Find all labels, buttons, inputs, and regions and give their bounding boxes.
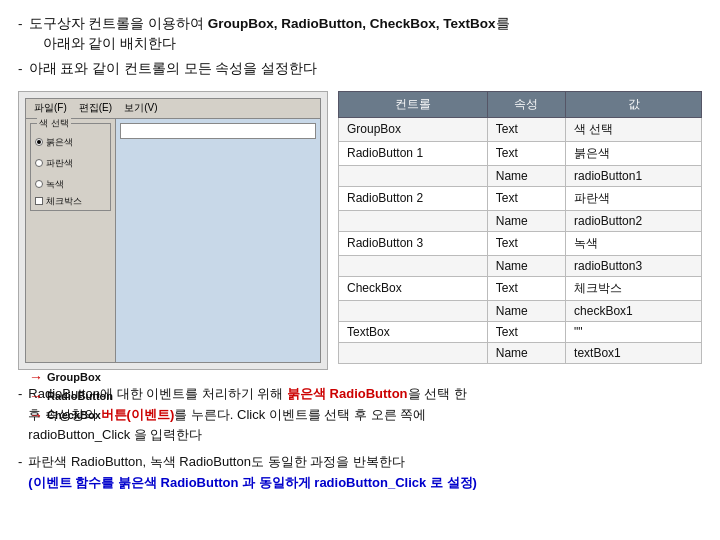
table-row: CheckBoxText체크박스 bbox=[339, 276, 702, 300]
fake-radio3-circle bbox=[35, 180, 43, 188]
table-row: RadioButton 2Text파란색 bbox=[339, 186, 702, 210]
preview-window: 파일(F) 편집(E) 보기(V) 색 선택 붉은색 파란색 bbox=[25, 98, 321, 363]
fake-checkbox: 체크박스 bbox=[35, 195, 106, 208]
label-section: → GroupBox → RadioButton → CheckBox bbox=[25, 369, 321, 423]
fake-checkbox-box bbox=[35, 197, 43, 205]
bottom-dash1: - bbox=[18, 384, 22, 446]
table-cell-property: Text bbox=[487, 276, 565, 300]
radiobutton-label-row: → RadioButton bbox=[29, 388, 321, 404]
table-row: GroupBoxText색 선택 bbox=[339, 117, 702, 141]
table-cell-control: RadioButton 3 bbox=[339, 231, 488, 255]
table-row: RadioButton 3Text녹색 bbox=[339, 231, 702, 255]
table-cell-property: Name bbox=[487, 165, 565, 186]
checkbox-label-text: CheckBox bbox=[47, 409, 101, 421]
fake-menu-file: 파일(F) bbox=[30, 101, 71, 115]
header-line1-indent: 아래와 같이 배치한다 bbox=[43, 36, 177, 51]
groupbox-arrow: → bbox=[29, 369, 43, 385]
table-cell-control: RadioButton 2 bbox=[339, 186, 488, 210]
main-content: 파일(F) 편집(E) 보기(V) 색 선택 붉은색 파란색 bbox=[18, 91, 702, 370]
table-cell-control bbox=[339, 300, 488, 321]
bottom-item1-code: radioButton_Click 을 입력한다 bbox=[28, 427, 202, 442]
fake-radio1: 붉은색 bbox=[35, 136, 106, 149]
table-row: NametextBox1 bbox=[339, 342, 702, 363]
table-cell-property: Text bbox=[487, 141, 565, 165]
table-cell-value: 파란색 bbox=[566, 186, 702, 210]
table-cell-property: Text bbox=[487, 117, 565, 141]
fake-menu-view: 보기(V) bbox=[120, 101, 161, 115]
fake-radio1-label: 붉은색 bbox=[46, 136, 73, 149]
bottom-item2: - 파란색 RadioButton, 녹색 RadioButton도 동일한 과… bbox=[18, 452, 702, 494]
fake-radio1-circle bbox=[35, 138, 43, 146]
bottom-item2-text: 파란색 RadioButton, 녹색 RadioButton도 동일한 과정을… bbox=[28, 454, 404, 469]
groupbox-label-text: GroupBox bbox=[47, 371, 101, 383]
fake-radio2-label: 파란색 bbox=[46, 157, 73, 170]
bottom-item2-highlight: (이벤트 함수를 붉은색 RadioButton 과 동일하게 radioBut… bbox=[28, 475, 477, 490]
fake-right-panel bbox=[116, 119, 320, 362]
dash1: - bbox=[18, 14, 23, 55]
fake-left-panel: 색 선택 붉은색 파란색 녹색 bbox=[26, 119, 116, 362]
table-cell-control bbox=[339, 165, 488, 186]
table-cell-control: GroupBox bbox=[339, 117, 488, 141]
table-row: NameradioButton1 bbox=[339, 165, 702, 186]
fake-radio2: 파란색 bbox=[35, 157, 106, 170]
table-cell-property: Text bbox=[487, 186, 565, 210]
fake-toolbar: 파일(F) 편집(E) 보기(V) bbox=[26, 99, 320, 119]
header-line1-text: 도구상자 컨트롤을 이용하여 GroupBox, RadioButton, Ch… bbox=[29, 16, 510, 31]
table-area: 컨트롤 속성 값 GroupBoxText색 선택RadioButton 1Te… bbox=[338, 91, 702, 370]
fake-group-box: 색 선택 붉은색 파란색 녹색 bbox=[30, 123, 111, 211]
table-cell-value: 색 선택 bbox=[566, 117, 702, 141]
header-section: - 도구상자 컨트롤을 이용하여 GroupBox, RadioButton, … bbox=[18, 14, 702, 79]
bottom-dash2: - bbox=[18, 452, 22, 494]
table-cell-property: Name bbox=[487, 300, 565, 321]
header-line2-text: 아래 표와 같이 컨트롤의 모든 속성을 설정한다 bbox=[29, 59, 318, 79]
table-cell-value: radioButton1 bbox=[566, 165, 702, 186]
table-row: NamecheckBox1 bbox=[339, 300, 702, 321]
table-row: RadioButton 1Text붉은색 bbox=[339, 141, 702, 165]
fake-menu-edit: 편집(E) bbox=[75, 101, 116, 115]
table-cell-value: radioButton3 bbox=[566, 255, 702, 276]
preview-area: 파일(F) 편집(E) 보기(V) 색 선택 붉은색 파란색 bbox=[18, 91, 328, 370]
table-cell-property: Name bbox=[487, 210, 565, 231]
table-cell-value: textBox1 bbox=[566, 342, 702, 363]
fake-window-body: 색 선택 붉은색 파란색 녹색 bbox=[26, 119, 320, 362]
table-row: NameradioButton2 bbox=[339, 210, 702, 231]
fake-radio2-circle bbox=[35, 159, 43, 167]
table-cell-property: Text bbox=[487, 321, 565, 342]
table-header-row: 컨트롤 속성 값 bbox=[339, 91, 702, 117]
table-cell-control bbox=[339, 255, 488, 276]
table-cell-value: "" bbox=[566, 321, 702, 342]
table-cell-value: checkBox1 bbox=[566, 300, 702, 321]
table-cell-value: 붉은색 bbox=[566, 141, 702, 165]
fake-radio3: 녹색 bbox=[35, 178, 106, 191]
header-line1: - 도구상자 컨트롤을 이용하여 GroupBox, RadioButton, … bbox=[18, 14, 702, 55]
table-cell-value: 녹색 bbox=[566, 231, 702, 255]
header-line2: - 아래 표와 같이 컨트롤의 모든 속성을 설정한다 bbox=[18, 59, 702, 79]
bottom-item1-mid: 을 선택 한 bbox=[408, 386, 467, 401]
fake-groupbox-title: 색 선택 bbox=[37, 117, 71, 130]
table-row: NameradioButton3 bbox=[339, 255, 702, 276]
table-cell-control bbox=[339, 210, 488, 231]
props-table: 컨트롤 속성 값 GroupBoxText색 선택RadioButton 1Te… bbox=[338, 91, 702, 364]
table-cell-value: radioButton2 bbox=[566, 210, 702, 231]
col-header-control: 컨트롤 bbox=[339, 91, 488, 117]
table-row: TextBoxText"" bbox=[339, 321, 702, 342]
table-cell-value: 체크박스 bbox=[566, 276, 702, 300]
fake-textbox bbox=[120, 123, 316, 139]
table-cell-property: Text bbox=[487, 231, 565, 255]
table-cell-control bbox=[339, 342, 488, 363]
fake-checkbox-label: 체크박스 bbox=[46, 195, 82, 208]
checkbox-label-row: → CheckBox bbox=[29, 407, 321, 423]
checkbox-arrow: → bbox=[29, 407, 43, 423]
groupbox-label-row: → GroupBox bbox=[29, 369, 321, 385]
dash2: - bbox=[18, 59, 23, 79]
col-header-value: 값 bbox=[566, 91, 702, 117]
table-cell-control: CheckBox bbox=[339, 276, 488, 300]
radiobutton-label-text: RadioButton bbox=[47, 390, 113, 402]
table-cell-property: Name bbox=[487, 342, 565, 363]
table-cell-control: TextBox bbox=[339, 321, 488, 342]
radiobutton-arrow: → bbox=[29, 388, 43, 404]
table-cell-control: RadioButton 1 bbox=[339, 141, 488, 165]
col-header-property: 속성 bbox=[487, 91, 565, 117]
fake-radio3-label: 녹색 bbox=[46, 178, 64, 191]
table-cell-property: Name bbox=[487, 255, 565, 276]
